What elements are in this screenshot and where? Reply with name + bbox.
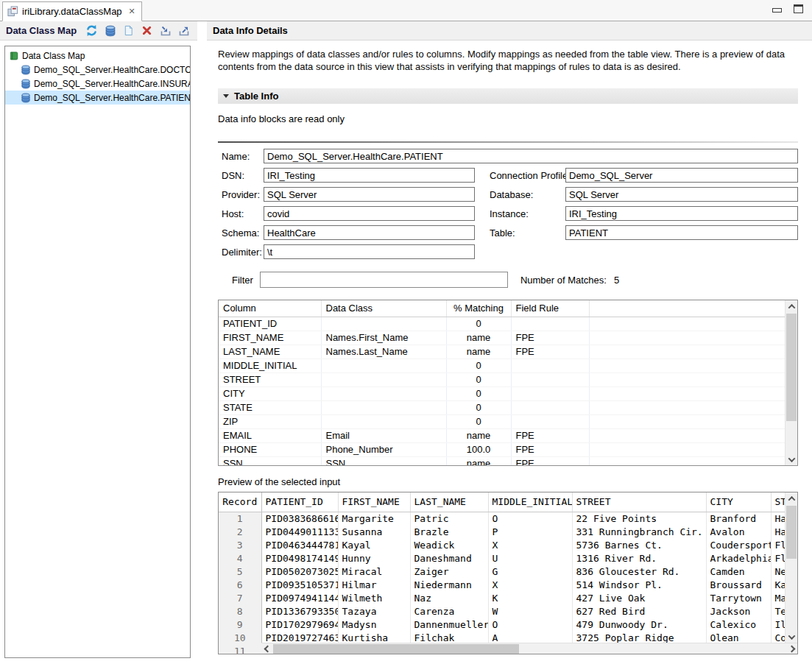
table-cell: PID0935105371 [261,578,338,591]
mapping-table-vscrollbar[interactable] [785,300,797,465]
table-cell: Branford [706,512,771,525]
table-info-section-header[interactable]: Table Info [218,88,798,104]
table-cell: FPE [511,428,589,442]
table-cell [589,414,785,428]
table-row[interactable]: 1PID0383686616MargaritePatricO22 Five Po… [219,512,785,525]
maximize-view-icon[interactable] [794,4,803,13]
new-file-icon[interactable] [121,23,136,38]
table-row[interactable]: EMAILEmailnameFPE [219,428,785,442]
vscroll-thumb[interactable] [786,314,797,421]
table-cell: 1 [219,512,261,525]
table-row[interactable]: FIRST_NAMENames.First_NamenameFPE [219,331,785,345]
collapse-triangle-icon [223,94,229,98]
refresh-icon[interactable] [84,23,99,38]
tree-item[interactable]: Demo_SQL_Server.HealthCare.PATIENT [5,91,190,105]
table-row[interactable]: 3PID0463444781KayalWeadickX5736 Barnes C… [219,538,785,551]
table-cell: Tazaya [338,604,410,618]
table-cell [589,359,785,372]
delimiter-field[interactable] [264,244,475,259]
description-text: Review mappings of data classes and/or r… [218,48,798,73]
table-row[interactable]: PATIENT_ID0 [219,317,785,331]
table-row[interactable]: CITY0 [219,386,785,400]
scroll-down-icon[interactable] [785,453,798,465]
preview-label: Preview of the selected input [218,476,798,487]
table-cell: Te [771,604,785,618]
database-field[interactable] [565,187,798,202]
import-icon[interactable] [158,23,173,38]
vscroll-thumb[interactable] [786,506,797,559]
table-cell: Camden [706,565,771,578]
editor-tab[interactable]: iriLibrary.dataClassMap ✕ [2,1,142,21]
scroll-right-icon[interactable] [785,643,797,654]
table-row[interactable]: LAST_NAMENames.Last_NamenameFPE [219,345,785,359]
provider-field[interactable] [264,187,475,202]
dsn-field[interactable] [264,168,475,183]
column-header[interactable]: PATIENT_ID [261,492,338,512]
table-row[interactable]: SSNSSNnameFPE [219,456,785,466]
table-cell [511,317,589,331]
table-row[interactable]: 6PID0935105371HilmarNiedermannX514 Winds… [219,578,785,591]
export-icon[interactable] [176,23,191,38]
schema-field[interactable] [264,225,475,240]
name-field[interactable] [264,149,798,163]
column-header[interactable]: Record [219,492,261,512]
table-cell: 836 Gloucester Rd. [572,565,706,578]
scroll-up-icon[interactable] [785,300,798,312]
column-header[interactable]: STREET [572,492,706,512]
table-row[interactable]: STATE0 [219,400,785,414]
table-row[interactable]: 2PID0449011133SusannaBrazleP331 Runningb… [219,525,785,538]
column-header[interactable]: CITY [706,492,771,512]
table-cell: O [488,618,572,631]
filter-input[interactable] [260,272,508,288]
tree-root-item[interactable]: Data Class Map [5,49,190,63]
tree-item[interactable]: Demo_SQL_Server.HealthCare.DOCTOR [5,63,190,77]
table-cell [511,359,589,372]
table-cell: PATIENT_ID [219,317,321,331]
delete-icon[interactable] [139,23,155,38]
column-header[interactable]: FIRST_NAME [338,492,410,512]
table-row[interactable]: STREET0 [219,372,785,386]
table-row[interactable]: 5PID0502073025MiracalZaigerG836 Gloucest… [219,565,785,578]
table-cell: EMAIL [219,428,321,442]
table-field[interactable] [565,225,798,240]
table-cell: Miracal [338,565,410,578]
table-row[interactable]: MIDDLE_INITIAL0 [219,359,785,372]
column-header[interactable] [589,300,785,317]
table-cell: PID0502073025 [261,565,338,578]
host-field[interactable] [264,206,475,221]
minimize-view-icon[interactable] [772,8,782,13]
delimiter-label: Delimiter: [218,247,264,258]
table-row[interactable]: 8PID1336793350TazayaCarenzaW627 Red Bird… [219,604,785,618]
preview-table-vscrollbar[interactable] [785,492,797,643]
hscroll-thumb[interactable] [273,644,519,654]
table-cell: 10 [219,631,261,644]
instance-label: Instance: [486,208,565,219]
database-icon[interactable] [102,23,118,38]
column-header[interactable]: Field Rule [511,300,589,317]
table-cell: PID1336793350 [261,604,338,618]
column-header[interactable]: Data Class [321,300,446,317]
column-header[interactable]: LAST_NAME [410,492,488,512]
table-row[interactable]: ZIP0 [219,414,785,428]
table-cell [321,414,446,428]
table-row[interactable]: 4PID0498174149HunnyDaneshmandU1316 River… [219,551,785,565]
table-cell: Calexico [706,618,771,631]
table-row[interactable]: 9PID1702979694MadysnDannenmuellerO479 Du… [219,618,785,631]
instance-field[interactable] [565,206,798,221]
preview-table-hscrollbar[interactable] [261,643,797,654]
table-row[interactable]: 7PID0974941144WilmethNazK427 Live OakTar… [219,591,785,604]
column-header[interactable]: Column [219,300,321,317]
scroll-down-icon[interactable] [785,631,798,643]
tree-item[interactable]: Demo_SQL_Server.HealthCare.INSURANCE [5,77,190,91]
column-header[interactable]: % Matching [446,300,511,317]
table-cell: 6 [219,578,261,591]
scroll-up-icon[interactable] [785,492,798,504]
connection-profile-field[interactable] [565,168,798,183]
table-cell: PID0498174149 [261,551,338,565]
column-header[interactable]: STATE [771,492,785,512]
table-row[interactable]: PHONEPhone_Number100.0FPE [219,442,785,456]
table-cell [511,386,589,400]
column-header[interactable]: MIDDLE_INITIAL [488,492,572,512]
scroll-left-icon[interactable] [261,643,273,654]
tab-close-icon[interactable]: ✕ [129,7,135,16]
